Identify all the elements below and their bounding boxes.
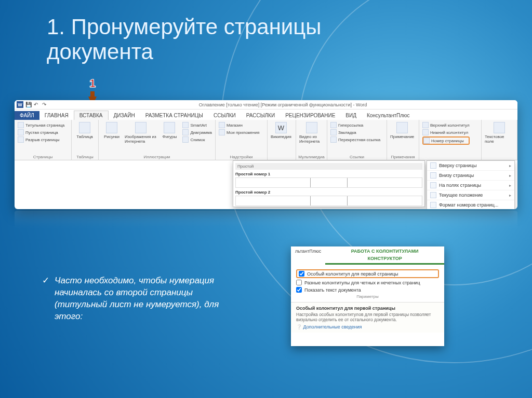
page-number-button[interactable]: Номер страницы [422,136,470,145]
redo-icon[interactable]: ↷ [42,102,48,108]
shapes-icon [164,122,175,133]
menu-current-pos[interactable]: Текущее положение▸ [427,190,514,200]
slide-note: Часто необходимо, чтобы нумерация начина… [55,275,242,323]
textbox-button[interactable]: Текстовое поле [485,122,514,154]
bookmark-icon [330,129,337,135]
contextual-group-title: РАБОТА С КОЛОНТИТУЛАМИ [325,246,444,256]
slide-title: 1. Пронумеруйте страницы документа [47,15,322,65]
tab-insert[interactable]: ВСТАВКА [74,111,109,120]
format-icon [430,202,436,208]
group-pages: Титульная страница Пустая страница Разры… [15,120,72,160]
group-header-footer: Верхний колонтитул Нижний колонтитул Ном… [419,120,482,160]
title-page-button[interactable]: Титульная страница [18,122,64,128]
tab-file[interactable]: ФАЙЛ [15,111,39,120]
tooltip-more-link[interactable]: ❔ Дополнительные сведения [296,324,439,330]
tab-mailings[interactable]: РАССЫЛКИ [241,111,280,120]
ribbon-tabs: ФАЙЛ ГЛАВНАЯ ВСТАВКА ДИЗАЙН РАЗМЕТКА СТР… [15,109,517,120]
page-number-gallery[interactable]: Простой Простой номер 1 Простой номер 2 [233,160,425,207]
checkbox-input[interactable] [296,280,302,285]
ribbon-reflection [15,211,517,229]
tooltip-title: Особый колонтитул для первой страницы [296,306,439,311]
callout-1: 1 [89,77,96,90]
tab-references[interactable]: ССЫЛКИ [208,111,241,120]
gallery-section: Простой [235,163,422,170]
header-icon [422,122,429,128]
cursor-icon [430,192,436,198]
tab-layout[interactable]: РАЗМЕТКА СТРАНИЦЫ [140,111,208,120]
header-footer-options-panel: льтантПлюс РАБОТА С КОЛОНТИТУЛАМИ КОНСТР… [291,246,444,346]
online-pictures-button[interactable]: Изображения из Интернета [125,122,156,154]
tab-consultant[interactable]: КонсультантПлюс [362,111,415,120]
undo-icon[interactable]: ↶ [34,102,40,108]
pictures-button[interactable]: Рисунки [102,122,122,154]
menu-bottom-of-page[interactable]: Внизу страницы▸ [427,171,514,181]
online-video-button[interactable]: Видео из Интернета [299,122,324,154]
group-addins: Магазин Мои приложения Надстройки [216,120,268,160]
checkbox-input[interactable] [299,271,304,277]
show-document-text-checkbox[interactable]: Показать текст документа [296,287,439,293]
table-button[interactable]: Таблица [75,122,95,154]
crossref-button[interactable]: Перекрестная ссылка [330,136,380,143]
comment-button[interactable]: Примечание [390,122,414,154]
header-button[interactable]: Верхний колонтитул [422,122,470,128]
blank-page-button[interactable]: Пустая страница [18,129,64,135]
gallery-option-2[interactable]: Простой номер 2 [235,190,422,206]
tab-consultant-trunc[interactable]: льтантПлюс [291,246,325,265]
menu-format-numbers[interactable]: Формат номеров страниц... [427,200,514,209]
apps-icon [219,129,225,135]
menu-top-of-page[interactable]: Вверху страницы▸ [427,161,514,171]
different-first-page-checkbox[interactable]: Особый колонтитул для первой страницы [296,269,439,278]
group-illustrations: Рисунки Изображения из Интернета Фигуры … [99,120,216,160]
tooltip-desc: Настройка особых колонтитулов для первой… [296,312,439,322]
screenshot-button[interactable]: Снимок [182,136,212,143]
page-number-menu[interactable]: Вверху страницы▸ Внизу страницы▸ На поля… [427,160,515,209]
page-margin-icon [430,182,436,188]
wikipedia-button[interactable]: WВикипедия [271,122,291,154]
group-links: Гиперссылка Закладка Перекрестная ссылка… [327,120,387,160]
group-label: Надстройки [216,155,267,159]
menu-page-margins[interactable]: На полях страницы▸ [427,181,514,190]
page-break-button[interactable]: Разрыв страницы [18,136,64,143]
chart-icon [182,129,189,135]
group-wikipedia: WВикипедия [268,120,296,160]
tab-design-tools[interactable]: КОНСТРУКТОР [325,256,444,263]
group-comments: Примечание Примечания [387,120,419,160]
screenshot-icon [182,136,189,143]
doc-title: Оглавление [только чтение] [Режим ограни… [50,102,515,107]
table-icon [79,122,90,133]
footer-button[interactable]: Нижний колонтитул [422,129,470,135]
tab-review[interactable]: РЕЦЕНЗИРОВАНИЕ [280,111,340,120]
tab-view[interactable]: ВИД [340,111,362,120]
shapes-button[interactable]: Фигуры [159,122,179,154]
chart-button[interactable]: Диаграмма [182,129,212,135]
group-label: Параметры [296,294,439,299]
group-label: Иллюстрации [99,155,215,159]
page-icon [18,122,24,128]
options-checkboxes: Особый колонтитул для первой страницы Ра… [291,265,444,302]
smartart-button[interactable]: SmartArt [182,122,212,128]
hyperlink-button[interactable]: Гиперссылка [330,122,380,128]
page-icon [18,129,24,135]
bookmark-button[interactable]: Закладка [330,129,380,135]
word-ribbon: W 💾 ↶ ↷ Оглавление [только чтение] [Режи… [15,100,517,209]
group-label: Таблицы [72,155,98,159]
gallery-option-1[interactable]: Простой номер 1 [235,172,422,188]
link-icon [330,122,337,128]
crossref-icon [330,136,337,143]
store-button[interactable]: Магазин [219,122,259,128]
page-top-icon [430,162,436,169]
smartart-icon [182,122,189,128]
group-label: Ссылки [327,155,387,159]
tab-home[interactable]: ГЛАВНАЯ [39,111,74,120]
group-label: Примечания [387,155,419,159]
tab-design[interactable]: ДИЗАЙН [109,111,140,120]
save-icon[interactable]: 💾 [25,102,32,108]
wikipedia-icon: W [275,122,287,133]
tooltip-panel: Особый колонтитул для первой страницы На… [291,302,444,333]
my-apps-button[interactable]: Мои приложения [219,129,259,135]
different-odd-even-checkbox[interactable]: Разные колонтитулы для четных и нечетных… [296,280,439,285]
page-bottom-icon [430,172,436,179]
store-icon [219,122,225,128]
group-media: Видео из Интернета Мультимедиа [296,120,327,160]
checkbox-input[interactable] [296,287,302,293]
